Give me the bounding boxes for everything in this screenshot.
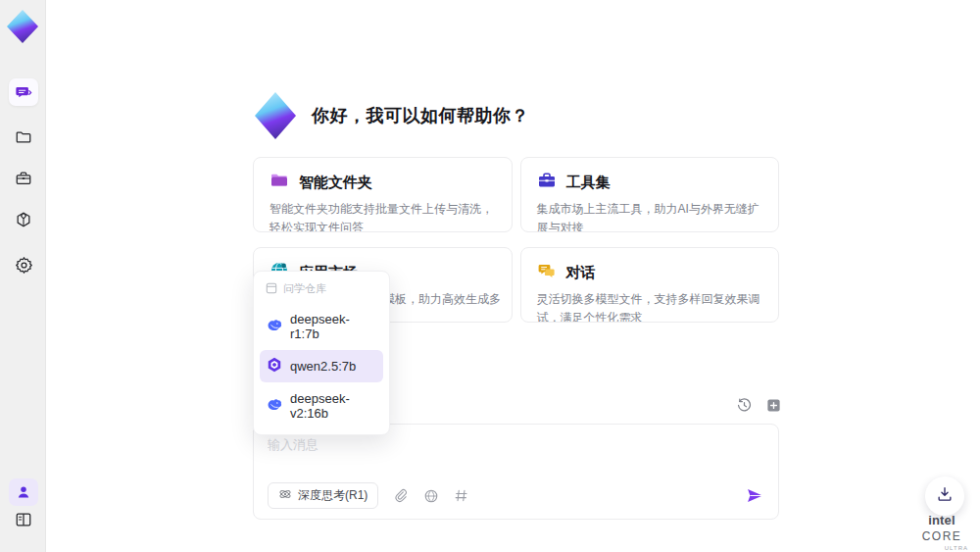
model-option-deepseek-r1[interactable]: deepseek-r1:7b: [260, 305, 383, 348]
user-icon: [16, 484, 31, 500]
globe-toggle-icon[interactable]: [422, 487, 439, 504]
qwen-icon: [267, 357, 282, 376]
card-conversation[interactable]: 对话 灵活切换多模型文件，支持多样回复效果调试，满足个性化需求: [520, 247, 780, 323]
card-description: 灵活切换多模型文件，支持多样回复效果调试，满足个性化需求: [537, 290, 763, 323]
sidebar-item-chat[interactable]: [9, 78, 38, 106]
send-button[interactable]: [746, 486, 764, 505]
intel-logo-text: intel: [928, 513, 956, 527]
card-toolset[interactable]: 工具集 集成市场上主流工具，助力AI与外界无缝扩展与对接: [520, 157, 780, 232]
chat-tools: [735, 396, 782, 414]
gear-icon: [15, 256, 33, 275]
model-option-label: deepseek-r1:7b: [290, 312, 376, 341]
composer-toolbar: 深度思考(R1): [268, 482, 764, 509]
deepseek-whale-icon: [267, 397, 282, 416]
model-repo-header: 问学仓库: [260, 276, 383, 303]
folder-icon: [270, 171, 289, 194]
assistant-logo: [255, 92, 296, 139]
model-option-label: qwen2.5:7b: [290, 359, 356, 374]
model-option-deepseek-v2[interactable]: deepseek-v2:16b: [260, 384, 383, 427]
model-option-qwen[interactable]: qwen2.5:7b: [260, 350, 383, 382]
model-option-label: deepseek-v2:16b: [290, 391, 376, 421]
deepseek-whale-icon: [267, 318, 282, 336]
card-title: 工具集: [566, 174, 611, 192]
greeting: 你好，我可以如何帮助你？: [255, 92, 529, 139]
sidebar-item-panel-toggle[interactable]: [9, 506, 38, 533]
history-button[interactable]: [735, 396, 753, 414]
message-composer: 深度思考(R1): [253, 424, 779, 520]
download-button[interactable]: [925, 477, 964, 516]
attachment-icon[interactable]: [392, 487, 409, 504]
intel-core-badge: intel CORE ULTRA: [911, 512, 972, 551]
sidebar-item-tools[interactable]: [9, 165, 38, 192]
deep-think-label: 深度思考(R1): [298, 487, 368, 504]
chat-bubble-icon: [15, 83, 32, 101]
card-title: 对话: [566, 264, 596, 282]
chat-icon: [537, 261, 557, 284]
prompt-grid-icon[interactable]: [453, 487, 469, 504]
card-title: 智能文件夹: [299, 174, 372, 192]
greeting-title: 你好，我可以如何帮助你？: [312, 104, 529, 127]
download-icon: [936, 485, 954, 507]
model-dropdown: 问学仓库 deepseek-r1:7b qwen2.5:7b deepseek-…: [253, 271, 390, 435]
card-description: 集成市场上主流工具，助力AI与外界无缝扩展与对接: [537, 200, 763, 232]
sidebar-item-account[interactable]: [9, 478, 38, 506]
ultra-text: ULTRA: [911, 545, 972, 551]
core-text: CORE: [922, 529, 962, 543]
panel-columns-icon: [15, 511, 32, 528]
model-repo-label: 问学仓库: [283, 281, 326, 296]
deep-think-toggle[interactable]: 深度思考(R1): [268, 482, 378, 509]
briefcase-icon: [15, 170, 32, 187]
cube-icon: [15, 211, 32, 228]
sidebar: [0, 0, 46, 552]
sidebar-item-settings[interactable]: [9, 251, 38, 278]
folder-icon: [15, 128, 32, 146]
message-input[interactable]: [268, 436, 764, 476]
app-window: 你好，我可以如何帮助你？ 智能文件夹 智能文件夹功能支持批量文件上传与清洗，轻松…: [0, 0, 980, 552]
repo-icon: [266, 282, 277, 296]
card-description: 智能文件夹功能支持批量文件上传与清洗，轻松实现文件问答: [270, 200, 496, 232]
app-logo: [7, 10, 38, 43]
new-chat-button[interactable]: [764, 396, 782, 414]
deep-think-icon: [278, 487, 292, 504]
card-smart-folder[interactable]: 智能文件夹 智能文件夹功能支持批量文件上传与清洗，轻松实现文件问答: [253, 157, 513, 232]
briefcase-icon: [537, 171, 557, 194]
sidebar-item-folders[interactable]: [9, 124, 38, 151]
sidebar-item-models[interactable]: [9, 206, 38, 233]
